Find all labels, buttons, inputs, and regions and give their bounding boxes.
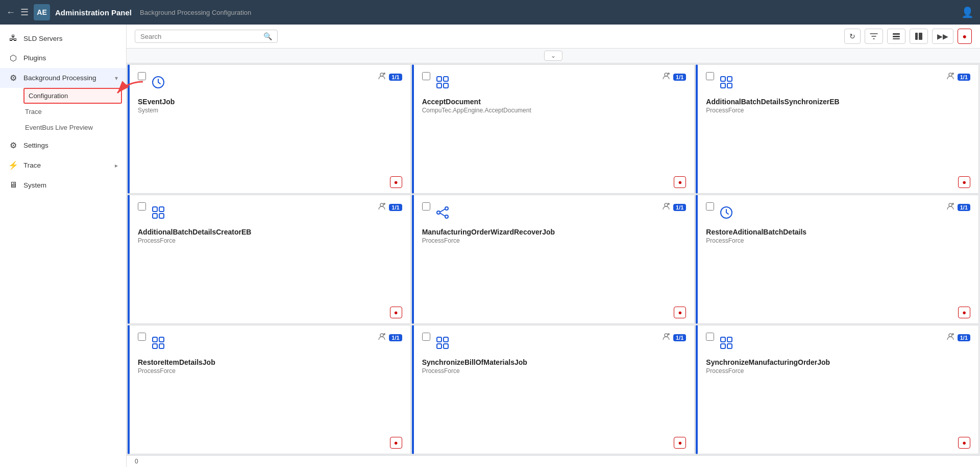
list-check-icon <box>892 32 900 40</box>
expand-button[interactable]: ⌄ <box>544 51 562 61</box>
search-input[interactable] <box>140 33 260 40</box>
search-box[interactable]: 🔍 <box>135 30 278 43</box>
card-icon-synchronizebillofmaterialsjob <box>435 336 450 353</box>
card-badge-synchronizebillofmaterialsjob: 1/1 <box>673 334 686 341</box>
sidebar-sub-eventbus[interactable]: EventBus Live Preview <box>23 120 126 135</box>
card-icon-seventjob <box>151 75 165 92</box>
columns-icon <box>915 32 923 40</box>
card-checkbox-additionalbatchdetailssynchronizereb[interactable] <box>706 72 714 80</box>
card-icon-synchronizemanufacturingorderjob <box>719 336 733 353</box>
card-sub-synchronizemanufacturingorderjob: ProcessForce <box>706 367 970 375</box>
card-footer-restoreitemdetailsjob: ● <box>138 437 402 449</box>
card-record-btn-additionalbatchdetailscreatoreb[interactable]: ● <box>390 307 402 318</box>
filter-button[interactable] <box>865 29 883 44</box>
card-checkbox-additionalbatchdetailscreatoreb[interactable] <box>138 202 146 211</box>
card-checkbox-restoreaditional[interactable] <box>706 202 714 211</box>
system-icon: 🖥 <box>8 180 18 190</box>
card-record-btn-restoreaditional[interactable]: ● <box>958 307 970 318</box>
card-manufacturingorderwizardrecoverjob[interactable]: 1/1 ManufacturingOrderWizardRecoverJob P… <box>412 195 695 324</box>
card-checkbox-restoreitemdetailsjob[interactable] <box>138 333 146 341</box>
page-subtitle: Background Processing Configuration <box>140 9 251 16</box>
card-name-restoreitemdetailsjob: RestoreItemDetailsJob <box>138 358 402 366</box>
sidebar-item-settings[interactable]: ⚙ Settings <box>0 135 126 155</box>
card-acceptdocument[interactable]: 1/1 AcceptDocument CompuTec.AppEngine.Ac… <box>412 64 695 194</box>
card-body-restoreitemdetailsjob: RestoreItemDetailsJob ProcessForce <box>138 358 402 432</box>
card-sub-additionalbatchdetailssynchronizereb: ProcessForce <box>706 107 970 114</box>
card-record-btn-acceptdocument[interactable]: ● <box>674 176 686 188</box>
sidebar-item-trace[interactable]: ⚡ Trace <box>0 155 126 175</box>
card-record-btn-additionalbatchdetailssynchronizereb[interactable]: ● <box>958 176 970 188</box>
svg-rect-1 <box>893 36 900 37</box>
card-badge-additionalbatchdetailssynchronizereb: 1/1 <box>958 74 970 81</box>
list-check-button[interactable] <box>887 29 905 44</box>
svg-point-40 <box>380 334 383 337</box>
app-title: Administration Panel <box>55 8 132 17</box>
card-header: 1/1 <box>138 72 402 92</box>
card-synchronizebillofmaterialsjob[interactable]: 1/1 SynchronizeBillOfMaterialsJob Proces… <box>412 325 695 454</box>
card-checkbox-acceptdocument[interactable] <box>422 72 430 80</box>
sidebar-item-background-processing[interactable]: ⚙ Background Processing <box>0 68 126 88</box>
card-badges: 1/1 <box>946 333 970 342</box>
svg-rect-44 <box>437 344 442 348</box>
sidebar-sub-trace[interactable]: Trace <box>23 104 126 120</box>
card-footer-additionalbatchdetailssynchronizereb: ● <box>706 176 970 188</box>
sidebar-label-plugins: Plugins <box>23 54 118 62</box>
card-badges: 1/1 <box>662 333 686 342</box>
card-record-btn-manufacturingorderwizardrecoverjob[interactable]: ● <box>674 307 686 318</box>
card-badge-restoreitemdetailsjob: 1/1 <box>389 334 402 341</box>
svg-point-19 <box>952 73 954 75</box>
card-additionalbatchdetailssynchronizereb[interactable]: 1/1 AdditionalBatchDetailsSynchronizerEB… <box>696 64 979 194</box>
card-icon-restoreaditional <box>719 205 733 223</box>
svg-point-34 <box>949 203 952 206</box>
play-all-button[interactable]: ▶▶ <box>932 29 953 44</box>
card-restoreitemdetailsjob[interactable]: 1/1 RestoreItemDetailsJob ProcessForce ● <box>128 325 411 454</box>
sidebar-item-plugins[interactable]: ⬡ Plugins <box>0 48 126 68</box>
card-name-additionalbatchdetailssynchronizereb: AdditionalBatchDetailsSynchronizerEB <box>706 98 970 106</box>
record-all-button[interactable]: ● <box>958 29 972 44</box>
card-checkbox-synchronizemanufacturingorderjob[interactable] <box>706 333 714 341</box>
card-record-btn-restoreitemdetailsjob[interactable]: ● <box>390 437 402 449</box>
svg-rect-50 <box>721 344 725 348</box>
sidebar-sub-configuration[interactable]: Configuration <box>23 88 122 104</box>
card-footer-acceptdocument: ● <box>422 176 687 188</box>
statusbar: 0 <box>127 455 980 467</box>
card-header: 1/1 <box>422 202 687 223</box>
svg-rect-3 <box>915 33 918 40</box>
card-seventjob[interactable]: 1/1 SEventJob System ● <box>128 64 411 194</box>
svg-point-27 <box>437 211 440 214</box>
card-restoreaditional[interactable]: 1/1 RestoreAditionalBatchDetails Process… <box>696 195 979 324</box>
card-record-btn-synchronizebillofmaterialsjob[interactable]: ● <box>674 437 686 449</box>
svg-point-28 <box>445 215 448 218</box>
card-sub-acceptdocument: CompuTec.AppEngine.AcceptDocument <box>422 107 687 114</box>
svg-rect-10 <box>437 83 442 88</box>
user-badge-icon-manufacturingorderwizardrecoverjob <box>662 202 670 212</box>
card-icon-acceptdocument <box>435 75 450 92</box>
user-icon[interactable]: 👤 <box>961 6 974 18</box>
card-icon-manufacturingorderwizardrecoverjob <box>435 205 450 223</box>
card-record-btn-synchronizemanufacturingorderjob[interactable]: ● <box>958 437 970 449</box>
card-sub-manufacturingorderwizardrecoverjob: ProcessForce <box>422 237 687 244</box>
svg-rect-38 <box>153 344 157 348</box>
back-button[interactable]: ← <box>6 7 15 18</box>
card-synchronizemanufacturingorderjob[interactable]: 1/1 SynchronizeManufacturingOrderJob Pro… <box>696 325 979 454</box>
menu-button[interactable]: ☰ <box>20 7 29 18</box>
card-body-synchronizebillofmaterialsjob: SynchronizeBillOfMaterialsJob ProcessFor… <box>422 358 687 432</box>
status-value: 0 <box>135 458 138 465</box>
card-checkbox-seventjob[interactable] <box>138 72 146 80</box>
trace-icon: ⚡ <box>8 160 18 170</box>
svg-rect-0 <box>893 33 900 35</box>
refresh-button[interactable]: ↻ <box>844 29 861 44</box>
card-body-restoreaditional: RestoreAditionalBatchDetails ProcessForc… <box>706 228 970 301</box>
svg-rect-14 <box>721 77 725 81</box>
card-badges: 1/1 <box>662 202 686 212</box>
svg-rect-2 <box>893 38 900 39</box>
card-checkbox-manufacturingorderwizardrecoverjob[interactable] <box>422 202 430 211</box>
card-additionalbatchdetailscreatoreb[interactable]: 1/1 AdditionalBatchDetailsCreatorEB Proc… <box>128 195 411 324</box>
sidebar-item-sld-servers[interactable]: 🖧 SLD Servers <box>0 29 126 48</box>
sidebar-item-system[interactable]: 🖥 System <box>0 175 126 195</box>
card-record-btn-seventjob[interactable]: ● <box>390 176 402 188</box>
filter-icon <box>870 32 878 40</box>
card-icon-restoreitemdetailsjob <box>151 336 165 353</box>
columns-button[interactable] <box>910 29 928 44</box>
card-checkbox-synchronizebillofmaterialsjob[interactable] <box>422 333 430 341</box>
